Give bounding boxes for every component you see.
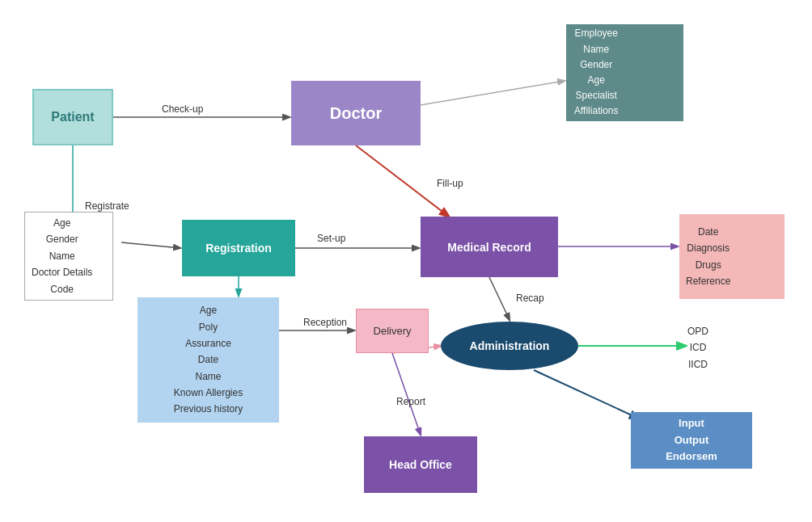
- svg-line-12: [534, 370, 639, 419]
- setup-label: Set-up: [317, 233, 345, 244]
- pat-line-3: Doctor Details: [32, 264, 92, 280]
- emp-line-4: Specialist: [574, 88, 618, 103]
- registrate-label: Registrate: [85, 200, 129, 212]
- out-line-2: Endorsem: [666, 448, 717, 465]
- opd-line-1: ICD: [687, 339, 708, 356]
- pat-line-1: Gender: [32, 231, 92, 247]
- pat-line-2: Name: [32, 248, 92, 264]
- svg-line-4: [121, 242, 180, 248]
- emp-line-0: Employee: [574, 26, 618, 41]
- head-office-node: Head Office: [364, 436, 477, 493]
- reception-label: Reception: [303, 317, 347, 328]
- checkup-label: Check-up: [162, 103, 203, 115]
- reg-line-3: Date: [174, 352, 243, 368]
- emp-line-3: Age: [574, 73, 618, 88]
- report-label: Report: [396, 396, 425, 407]
- med-line-2: Drugs: [686, 257, 730, 273]
- medical-record-node: Medical Record: [421, 217, 558, 277]
- emp-line-2: Gender: [574, 57, 618, 73]
- patient-label: Patient: [51, 110, 94, 124]
- reg-line-4: Name: [174, 368, 243, 385]
- doctor-node: Doctor: [291, 81, 421, 145]
- employee-info-node: Employee Name Gender Age Specialist Affi…: [566, 24, 683, 121]
- out-line-0: Input: [666, 415, 717, 432]
- administration-label: Administration: [470, 339, 550, 352]
- pat-line-0: Age: [32, 215, 92, 231]
- registration-node: Registration: [182, 220, 295, 276]
- reg-line-2: Assurance: [174, 335, 243, 352]
- opd-line-2: IICD: [687, 356, 708, 373]
- svg-line-5: [421, 81, 565, 105]
- medical-record-label: Medical Record: [447, 241, 531, 254]
- recap-label: Recap: [516, 293, 544, 304]
- reg-line-6: Previous history: [174, 401, 243, 417]
- output-info-node: Input Output Endorsem: [631, 412, 752, 469]
- doctor-label: Doctor: [330, 104, 382, 123]
- emp-line-1: Name: [574, 42, 618, 57]
- opd-line-0: OPD: [687, 323, 708, 339]
- pat-line-4: Code: [32, 281, 92, 297]
- administration-node: Administration: [441, 322, 578, 370]
- emp-line-5: Affiliations: [574, 103, 618, 119]
- opd-info-node: OPD ICD IICD: [687, 322, 752, 374]
- registration-info-node: Age Poly Assurance Date Name Known Aller…: [137, 297, 279, 423]
- delivery-node: Delivery: [356, 309, 429, 353]
- svg-line-10: [489, 277, 510, 320]
- med-line-0: Date: [686, 224, 730, 240]
- med-line-1: Diagnosis: [686, 240, 730, 256]
- svg-line-6: [356, 145, 449, 217]
- patient-info-node: Age Gender Name Doctor Details Code: [24, 212, 113, 301]
- diagram: Patient Doctor Registration Medical Reco…: [0, 0, 812, 522]
- head-office-label: Head Office: [389, 458, 452, 471]
- registration-label: Registration: [205, 242, 272, 255]
- svg-line-15: [392, 353, 421, 435]
- reg-line-1: Poly: [174, 319, 243, 335]
- medical-info-node: Date Diagnosis Drugs Reference: [679, 214, 785, 299]
- delivery-label: Delivery: [374, 325, 412, 337]
- reg-line-5: Known Allergies: [174, 385, 243, 401]
- patient-node: Patient: [32, 89, 113, 145]
- fillup-label: Fill-up: [437, 178, 463, 189]
- reg-line-0: Age: [174, 302, 243, 318]
- med-line-3: Reference: [686, 273, 730, 289]
- out-line-1: Output: [666, 432, 717, 449]
